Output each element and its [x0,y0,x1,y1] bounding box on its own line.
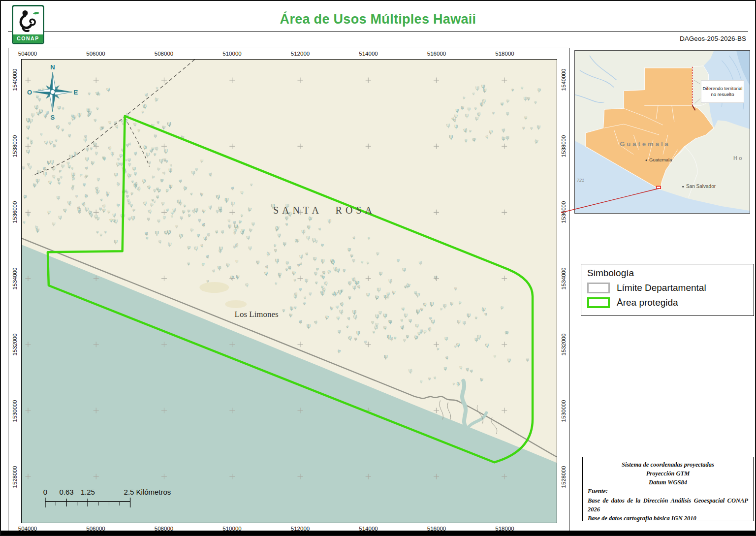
svg-text:ψ: ψ [278,271,282,277]
svg-text:ψ: ψ [114,170,118,177]
svg-text:ψ: ψ [180,215,183,220]
svg-text:ψ: ψ [216,208,219,213]
svg-text:ψ: ψ [400,317,403,322]
svg-text:ψ: ψ [57,104,61,110]
svg-text:ψ: ψ [383,353,388,360]
departmental-limit-swatch [587,283,610,293]
svg-text:ψ: ψ [530,126,533,130]
conap-logo-text: CONAP [13,34,43,43]
svg-text:ψ: ψ [90,146,93,151]
svg-text:ψ: ψ [475,315,477,319]
svg-text:ψ: ψ [524,114,527,120]
svg-text:ψ: ψ [99,232,102,237]
legend-item-protected-area: Área protegida [587,297,748,308]
svg-text:ψ: ψ [167,240,172,248]
svg-text:ψ: ψ [320,289,325,296]
svg-text:ψ: ψ [309,291,312,296]
svg-text:ψ: ψ [219,244,223,252]
svg-text:ψ: ψ [275,256,280,264]
svg-text:ψ: ψ [505,110,509,116]
svg-text:ψ: ψ [107,209,111,214]
y-coordinate-label: 1532000 [561,334,567,356]
svg-text:ψ: ψ [443,365,447,371]
svg-text:ψ: ψ [347,246,351,253]
inset-city-dot [645,159,647,161]
svg-text:ψ: ψ [137,127,141,132]
svg-text:ψ: ψ [352,308,356,315]
svg-text:ψ: ψ [338,328,341,334]
svg-text:ψ: ψ [341,288,344,293]
svg-text:ψ: ψ [373,329,376,334]
svg-text:ψ: ψ [465,111,469,118]
inset-honduras-label: Ho [733,155,744,161]
svg-text:ψ: ψ [479,100,484,107]
credits-datum: Datum WGS84 [588,478,748,487]
y-coordinate-label: 1530000 [561,400,567,422]
x-coordinate-label: 512000 [291,51,310,57]
svg-text:ψ: ψ [131,214,135,221]
svg-text:ψ: ψ [96,176,100,182]
svg-text:ψ: ψ [449,133,453,140]
svg-text:ψ: ψ [161,200,164,206]
svg-text:ψ: ψ [320,257,324,264]
svg-text:ψ: ψ [114,238,118,245]
diferendo-note: Diferendo territorial no resuelto [701,80,744,103]
inset-city-label: Guatemala [649,157,672,162]
credits-source-1: Base de datos de la Dirección Análisis G… [588,496,748,514]
field-patch [225,300,247,308]
svg-text:ψ: ψ [134,171,137,176]
svg-text:ψ: ψ [248,244,252,251]
svg-text:ψ: ψ [394,336,397,340]
svg-text:ψ: ψ [156,86,158,90]
svg-text:ψ: ψ [354,336,357,341]
svg-text:ψ: ψ [233,230,236,235]
svg-text:ψ: ψ [110,150,115,157]
svg-text:ψ: ψ [467,312,471,318]
svg-text:ψ: ψ [383,292,388,300]
y-coordinate-label: 1536000 [12,201,18,223]
svg-text:ψ: ψ [83,182,86,187]
header-divider [8,31,748,32]
svg-text:ψ: ψ [475,84,479,91]
svg-text:ψ: ψ [241,227,245,233]
svg-text:ψ: ψ [35,226,40,233]
compass-center [50,90,55,95]
svg-text:ψ: ψ [386,332,391,340]
svg-text:ψ: ψ [250,182,252,187]
svg-text:ψ: ψ [154,152,157,157]
legend: Simbología Límite Departamental Área pro… [581,264,754,316]
svg-text:ψ: ψ [57,193,61,200]
svg-text:ψ: ψ [90,212,94,218]
svg-text:ψ: ψ [430,300,434,307]
y-coordinate-label: 1536000 [561,201,567,223]
main-map-frame: ψψψψψψψψψψψψψψψψψψψψψψψψψψψψψψψψψψψψψψψψ… [8,48,569,534]
svg-text:ψ: ψ [127,157,131,162]
svg-text:ψ: ψ [147,216,150,221]
svg-text:ψ: ψ [224,195,229,203]
y-coordinate-label: 1530000 [12,400,18,422]
svg-text:ψ: ψ [50,158,55,165]
svg-text:ψ: ψ [145,150,150,158]
inset-country-label: Guatemala [604,140,686,148]
inset-overview-map: Guatemala Guatemala San Salvador 721 Ho … [574,50,750,214]
svg-text:ψ: ψ [474,336,478,343]
svg-text:ψ: ψ [343,268,346,273]
svg-text:ψ: ψ [55,138,58,143]
inset-san-salvador-label: San Salvador [686,184,716,189]
field-patch [199,282,229,293]
bottom-border-bar [1,531,755,535]
svg-text:ψ: ψ [23,220,25,224]
map-document: CONAP Área de Usos Múltiples Hawaii DAGe… [0,0,756,536]
scale-label-25km: 2.5 Kilómetros [124,488,171,496]
svg-text:ψ: ψ [375,312,379,319]
main-map-canvas: ψψψψψψψψψψψψψψψψψψψψψψψψψψψψψψψψψψψψψψψψ… [22,60,557,523]
svg-text:ψ: ψ [85,155,89,162]
svg-text:ψ: ψ [35,176,40,184]
svg-text:ψ: ψ [507,357,511,363]
svg-text:ψ: ψ [162,214,166,220]
svg-text:ψ: ψ [61,162,65,168]
svg-text:ψ: ψ [84,175,87,179]
svg-text:ψ: ψ [502,126,505,132]
svg-text:ψ: ψ [366,291,370,297]
y-coordinate-label: 1528000 [12,466,18,488]
